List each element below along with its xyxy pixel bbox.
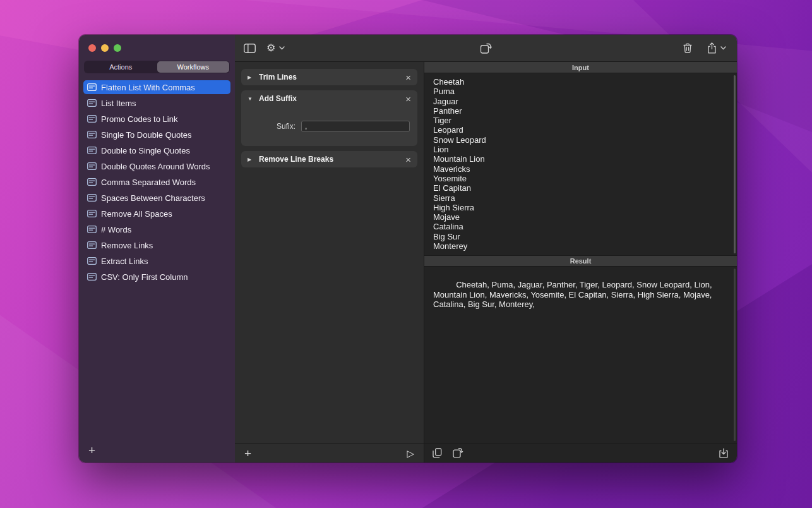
minimize-window-button[interactable] xyxy=(101,44,109,52)
copy-icon[interactable] xyxy=(433,448,442,458)
io-panel: Input Cheetah Puma Jaguar Panther Tiger … xyxy=(424,62,737,463)
workflow-icon xyxy=(87,226,97,233)
input-text[interactable]: Cheetah Puma Jaguar Panther Tiger Leopar… xyxy=(424,73,737,255)
sidebar-item[interactable]: Spaces Between Characters xyxy=(83,191,230,205)
sidebar-item-label: Spaces Between Characters xyxy=(101,193,205,203)
step-trim-lines: ▶ Trim Lines × xyxy=(241,69,417,85)
workflow-icon xyxy=(87,162,97,170)
result-text[interactable]: Cheetah, Puma, Jaguar, Panther, Tiger, L… xyxy=(433,280,714,309)
suffix-input[interactable] xyxy=(301,121,410,132)
result-header: Result xyxy=(424,255,737,267)
workflow-icon xyxy=(87,83,97,91)
chevron-down-icon xyxy=(720,46,726,50)
workflow-icon xyxy=(87,115,97,123)
disclosure-collapsed-icon[interactable]: ▶ xyxy=(248,75,253,80)
sidebar-item[interactable]: Remove Links xyxy=(83,238,230,252)
sidebar-item[interactable]: CSV: Only First Column xyxy=(83,270,230,284)
traffic-lights xyxy=(79,35,235,52)
sidebar-item-label: Comma Separated Words xyxy=(101,178,196,187)
workflow-icon xyxy=(87,194,97,202)
scrollbar[interactable] xyxy=(734,269,736,441)
remove-step-icon[interactable]: × xyxy=(405,94,411,104)
sidebar-item[interactable]: List Items xyxy=(83,96,230,110)
steps-footer: + ▷ xyxy=(235,443,424,463)
suffix-label: Sufix: xyxy=(277,122,296,131)
main-area: ⚙ xyxy=(235,35,737,463)
sidebar-item-label: List Items xyxy=(101,99,136,108)
tab-actions[interactable]: Actions xyxy=(85,61,157,73)
step-title: Remove Line Breaks xyxy=(259,155,333,164)
gear-icon: ⚙ xyxy=(266,43,275,53)
run-workflow-button[interactable]: ▷ xyxy=(407,449,414,458)
sidebar-item-label: Flatten List With Commas xyxy=(101,83,195,92)
step-body: Sufix: xyxy=(241,107,417,146)
add-step-button[interactable]: + xyxy=(244,447,251,459)
share-icon xyxy=(707,42,717,54)
import-icon[interactable] xyxy=(719,448,729,458)
toolbar: ⚙ xyxy=(235,35,737,62)
sidebar-item[interactable]: Remove All Spaces xyxy=(83,207,230,221)
workflow-icon xyxy=(87,210,97,217)
result-text-area: Cheetah, Puma, Jaguar, Panther, Tiger, L… xyxy=(424,267,737,443)
workflow-list: Flatten List With Commas List Items Prom… xyxy=(79,80,235,444)
settings-menu-button[interactable]: ⚙ xyxy=(266,43,285,53)
workflow-icon xyxy=(87,273,97,281)
disclosure-collapsed-icon[interactable]: ▶ xyxy=(248,157,253,162)
paste-icon[interactable] xyxy=(453,448,463,458)
step-add-suffix: ▼ Add Suffix × Sufix: xyxy=(241,90,417,146)
sidebar-footer: + xyxy=(79,444,235,463)
steps-panel: ▶ Trim Lines × ▼ Add Suffix × Sufix: xyxy=(235,62,424,463)
sidebar-item-label: Double to Single Quotes xyxy=(101,146,190,155)
workflow-icon xyxy=(87,257,97,265)
sidebar-item[interactable]: Double Quotes Around Words xyxy=(83,159,230,173)
tab-workflows[interactable]: Workflows xyxy=(157,61,230,73)
step-header[interactable]: ▶ Remove Line Breaks × xyxy=(241,151,417,167)
sidebar-item-label: Single To Double Quotes xyxy=(101,130,192,140)
step-title: Trim Lines xyxy=(259,73,297,82)
sidebar-item[interactable]: Promo Codes to Link xyxy=(83,112,230,126)
close-window-button[interactable] xyxy=(88,44,96,52)
sidebar-item-label: Promo Codes to Link xyxy=(101,114,177,124)
sidebar-item[interactable]: Extract Links xyxy=(83,254,230,268)
workflow-icon xyxy=(87,147,97,154)
step-title: Add Suffix xyxy=(259,94,297,103)
sidebar-tabs: Actions Workflows xyxy=(84,61,230,73)
sidebar-item-label: Double Quotes Around Words xyxy=(101,162,210,171)
workflow-icon xyxy=(87,131,97,138)
trash-icon[interactable] xyxy=(683,43,692,53)
sidebar-item-label: Remove Links xyxy=(101,241,153,250)
content: ▶ Trim Lines × ▼ Add Suffix × Sufix: xyxy=(235,62,737,463)
workflow-steps: ▶ Trim Lines × ▼ Add Suffix × Sufix: xyxy=(235,62,424,167)
sidebar-item[interactable]: Single To Double Quotes xyxy=(83,128,230,142)
sidebar-item[interactable]: Comma Separated Words xyxy=(83,175,230,189)
disclosure-expanded-icon[interactable]: ▼ xyxy=(248,96,253,102)
sidebar: Actions Workflows Flatten List With Comm… xyxy=(79,35,235,463)
input-header: Input xyxy=(424,62,737,73)
step-remove-line-breaks: ▶ Remove Line Breaks × xyxy=(241,151,417,167)
sidebar-item-label: Remove All Spaces xyxy=(101,209,172,219)
sidebar-item[interactable]: Double to Single Quotes xyxy=(83,143,230,157)
clipboard-run-icon[interactable] xyxy=(480,43,492,54)
add-workflow-button[interactable]: + xyxy=(88,444,95,456)
toggle-sidebar-icon[interactable] xyxy=(244,44,256,53)
app-window: Actions Workflows Flatten List With Comm… xyxy=(79,35,737,463)
chevron-down-icon xyxy=(279,46,285,50)
workflow-icon xyxy=(87,178,97,186)
sidebar-item-label: # Words xyxy=(101,225,131,234)
sidebar-item-label: Extract Links xyxy=(101,257,148,266)
remove-step-icon[interactable]: × xyxy=(405,155,411,164)
sidebar-item-label: CSV: Only First Column xyxy=(101,272,188,282)
step-header[interactable]: ▼ Add Suffix × xyxy=(241,90,417,107)
sidebar-item[interactable]: # Words xyxy=(83,222,230,236)
workflow-icon xyxy=(87,99,97,107)
io-footer xyxy=(424,443,737,463)
workflow-icon xyxy=(87,241,97,249)
share-menu-button[interactable] xyxy=(707,42,726,54)
remove-step-icon[interactable]: × xyxy=(405,73,411,82)
step-header[interactable]: ▶ Trim Lines × xyxy=(241,69,417,85)
scrollbar[interactable] xyxy=(734,75,736,253)
sidebar-item[interactable]: Flatten List With Commas xyxy=(83,80,230,94)
zoom-window-button[interactable] xyxy=(114,44,121,52)
